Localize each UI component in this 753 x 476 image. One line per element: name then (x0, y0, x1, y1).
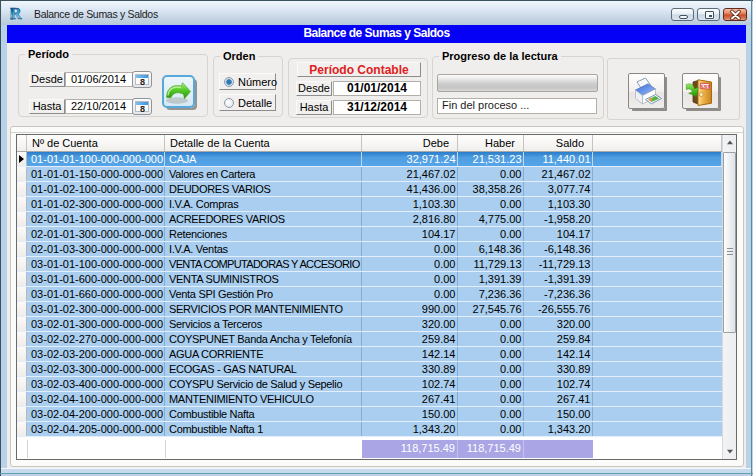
svg-text:EXIT: EXIT (701, 84, 710, 90)
